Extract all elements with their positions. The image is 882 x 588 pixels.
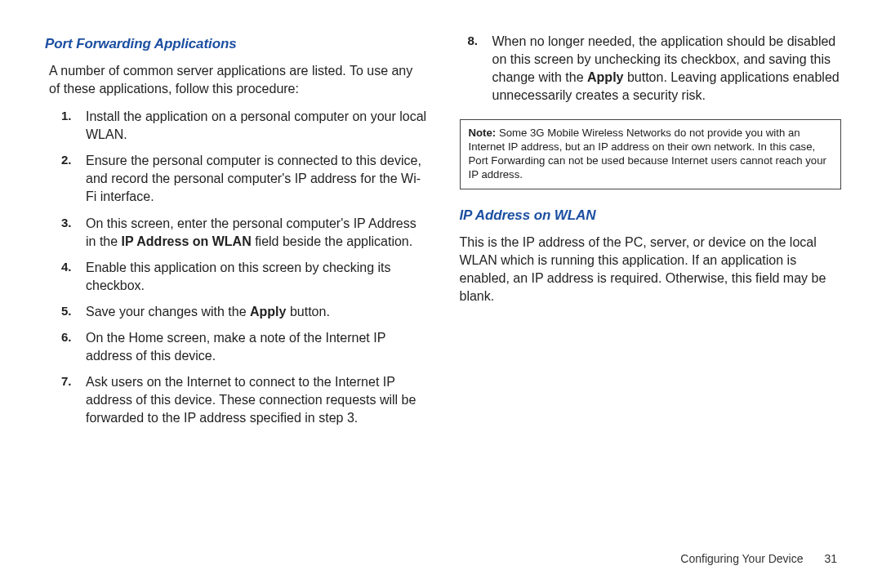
- footer-page-number: 31: [824, 552, 837, 565]
- left-column: Port Forwarding Applications A number of…: [45, 33, 427, 435]
- step-1: Install the application on a personal co…: [61, 108, 427, 144]
- note-body: Some 3G Mobile Wireless Networks do not …: [469, 127, 826, 180]
- step-4: Enable this application on this screen b…: [61, 259, 427, 295]
- footer-section: Configuring Your Device: [680, 552, 803, 565]
- note-box: Note: Some 3G Mobile Wireless Networks d…: [460, 119, 842, 189]
- step-2: Ensure the personal computer is connecte…: [61, 152, 427, 206]
- step-8-bold: Apply: [587, 70, 623, 84]
- step-3-text-c: field beside the application.: [252, 234, 412, 248]
- step-1-text: Install the application on a personal co…: [86, 109, 426, 141]
- step-2-text: Ensure the personal computer is connecte…: [86, 154, 421, 203]
- right-column: When no longer needed, the application s…: [460, 33, 842, 435]
- section-heading-ip-wlan: IP Address on WLAN: [460, 207, 842, 224]
- page-footer: Configuring Your Device 31: [680, 552, 837, 565]
- step-3-bold: IP Address on WLAN: [122, 234, 252, 248]
- step-3: On this screen, enter the personal compu…: [61, 215, 427, 251]
- step-6: On the Home screen, make a note of the I…: [61, 329, 427, 365]
- procedure-list-cont: When no longer needed, the application s…: [468, 33, 842, 105]
- step-4-text: Enable this application on this screen b…: [86, 261, 391, 292]
- step-7: Ask users on the Internet to connect to …: [61, 373, 427, 427]
- ip-wlan-paragraph: This is the IP address of the PC, server…: [460, 234, 842, 305]
- step-6-text: On the Home screen, make a note of the I…: [86, 331, 385, 363]
- step-5: Save your changes with the Apply button.: [61, 303, 427, 321]
- step-8: When no longer needed, the application s…: [468, 33, 842, 105]
- procedure-list: Install the application on a personal co…: [61, 108, 427, 427]
- step-5-text-c: button.: [286, 305, 329, 318]
- step-7-text: Ask users on the Internet to connect to …: [86, 375, 416, 425]
- two-column-layout: Port Forwarding Applications A number of…: [45, 33, 841, 435]
- intro-paragraph: A number of common server applications a…: [49, 62, 427, 98]
- step-5-bold: Apply: [250, 305, 286, 318]
- note-label: Note:: [469, 127, 497, 139]
- step-5-text-a: Save your changes with the: [86, 305, 250, 318]
- section-heading-port-forwarding: Port Forwarding Applications: [45, 36, 427, 52]
- manual-page: Port Forwarding Applications A number of…: [0, 0, 882, 588]
